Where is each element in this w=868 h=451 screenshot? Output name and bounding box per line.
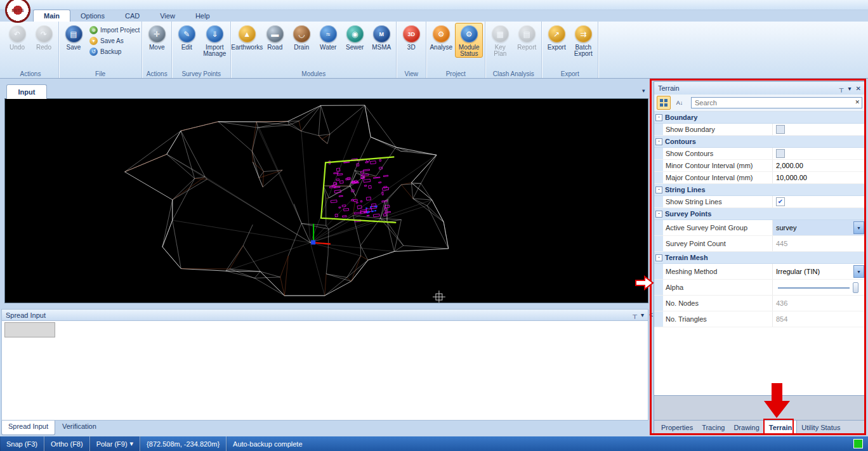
survey-point-count-value: 445 [776,240,787,247]
redo-button[interactable]: ↷ Redo [31,23,56,51]
tab-input[interactable]: Input [6,84,47,99]
dropdown-arrow-icon[interactable]: ▼ [853,265,864,278]
ribbon-tab-options[interactable]: Options [70,10,115,22]
tab-verification[interactable]: Verification [56,421,103,435]
drain-button[interactable]: ◡ Drain [289,23,314,51]
collapse-icon[interactable]: - [655,114,662,121]
collapse-icon[interactable]: - [655,138,662,145]
polar-dropdown-icon[interactable]: ▾ [130,440,134,448]
collapse-icon[interactable]: - [655,211,662,218]
meshing-method-dropdown[interactable]: Irregular (TIN) ▼ [773,264,865,279]
ribbon-tab-main[interactable]: Main [33,10,70,22]
terrain-panel-header: Terrain ┬ ▾ ✕ [654,82,865,95]
close-icon[interactable]: ✕ [856,85,861,92]
property-name: Show String Lines [663,196,773,207]
tab-tracing[interactable]: Tracing [697,421,729,435]
msma-button[interactable]: M MSMA [369,23,394,51]
save-as-button[interactable]: ▾ Save As [89,37,140,45]
status-message: Auto-backup complete [227,436,308,451]
dropdown-arrow-icon[interactable]: ▼ [853,221,864,234]
report-button[interactable]: ▤ Report [514,23,539,51]
move-button[interactable]: ✛ Move [144,23,169,51]
backup-status-indicator [853,439,863,448]
water-icon: ≈ [320,25,337,42]
show-string-lines-checkbox[interactable]: ✔ [776,197,785,206]
tab-spread-input[interactable]: Spread Input [1,421,55,435]
pin-icon[interactable]: ┬ [839,85,843,92]
road-button[interactable]: ▬ Road [262,23,287,51]
edit-button[interactable]: ✎ Edit [174,23,199,51]
search-clear-icon[interactable]: ✕ [855,99,860,105]
3d-button[interactable]: 3D 3D [398,23,424,51]
group-label-export: Export [542,70,598,77]
group-label-actions2: Actions [142,70,171,77]
coordinates-display: {872.508m, -234.820m} [140,436,227,451]
minor-contour-interval-field[interactable]: 2,000.00 [773,160,865,171]
chevron-down-icon[interactable]: ▾ [641,311,644,318]
3d-icon: 3D [403,25,420,42]
key-plan-icon: ▦ [492,25,509,42]
collapse-icon[interactable]: - [655,254,662,261]
analyse-button[interactable]: ⚙ Analyse [428,23,454,51]
spread-input-body[interactable] [1,321,648,421]
export-icon: ↗ [548,25,565,42]
group-label-file: File [59,70,141,77]
terrain-panel-title: Terrain [658,84,680,92]
show-contours-checkbox[interactable] [776,149,785,158]
active-survey-point-group-dropdown[interactable]: survey ▼ [773,220,865,235]
water-button[interactable]: ≈ Water [315,23,341,51]
ribbon-tab-view[interactable]: View [150,10,185,22]
tab-terrain[interactable]: Terrain [764,421,797,435]
save-as-icon: ▾ [89,37,98,45]
backup-button[interactable]: ↺ Backup [89,48,140,56]
collapse-panel-icon[interactable]: < [649,311,653,318]
snap-toggle[interactable]: Snap (F3) [0,436,44,451]
category-survey-points[interactable]: - Survey Points [654,208,865,220]
category-boundary[interactable]: - Boundary [654,112,865,124]
tab-drawing[interactable]: Drawing [729,421,763,435]
bottom-left-tab-strip: Spread Input Verification [1,421,103,435]
save-button[interactable]: ▤ Save [61,23,86,51]
pin-icon[interactable]: ┬ [633,311,637,318]
categorized-view-button[interactable] [657,96,671,110]
ribbon-tab-cad[interactable]: CAD [115,10,150,22]
earthworks-button[interactable]: ▲ Earthworks [233,23,261,51]
drawing-canvas[interactable] [4,98,648,303]
tab-utility-status[interactable]: Utility Status [797,421,845,435]
ribbon-tab-help[interactable]: Help [185,10,220,22]
import-manage-button[interactable]: ⇓ Import Manage [201,23,228,58]
property-grid: - Boundary Show Boundary - Contours Show… [654,112,865,327]
property-grid-empty-area [654,327,865,395]
search-input[interactable] [691,97,862,108]
undo-button[interactable]: ↶ Undo [4,23,30,51]
export-button[interactable]: ↗ Export [544,23,569,51]
title-bar [0,0,868,10]
ortho-toggle[interactable]: Ortho (F8) [44,436,90,451]
show-boundary-checkbox[interactable] [776,125,785,134]
chevron-down-icon[interactable]: ▾ [848,85,852,92]
canvas-tab-overflow-icon[interactable]: ▾ [642,88,645,94]
collapse-icon[interactable]: - [655,186,662,193]
module-status-button[interactable]: ⚙ Module Status [455,23,483,58]
sort-az-icon: A↓ [676,100,683,106]
sewer-button[interactable]: ◉ Sewer [342,23,367,51]
crosshair-cursor [433,291,445,303]
alphabetical-sort-button[interactable]: A↓ [673,96,687,110]
category-terrain-mesh[interactable]: - Terrain Mesh [654,252,865,264]
major-contour-interval-field[interactable]: 10,000.00 [773,172,865,183]
property-row-major-contour-interval: Major Contour Interval (mm) 10,000.00 [654,172,865,184]
property-name: Major Contour Interval (mm) [663,172,773,183]
tab-properties[interactable]: Properties [657,421,697,435]
ribbon-group-project: ⚙ Analyse ⚙ Module Status Project [426,22,485,78]
category-string-lines[interactable]: - String Lines [654,184,865,196]
report-icon: ▤ [518,25,536,42]
import-project-button[interactable]: ⊕ Import Project [89,26,140,34]
batch-export-button[interactable]: ⇉ Batch Export [570,23,596,58]
alpha-slider-handle[interactable] [853,282,858,293]
spread-input-header: Spread Input ┬ ▾ [1,309,648,321]
sewer-icon: ◉ [346,25,364,42]
ribbon: ↶ Undo ↷ Redo Actions ▤ Save ⊕ [0,22,868,79]
polar-toggle[interactable]: Polar (F9) ▾ [90,436,140,451]
key-plan-button[interactable]: ▦ Key Plan [487,23,513,58]
category-contours[interactable]: - Contours [654,136,865,148]
